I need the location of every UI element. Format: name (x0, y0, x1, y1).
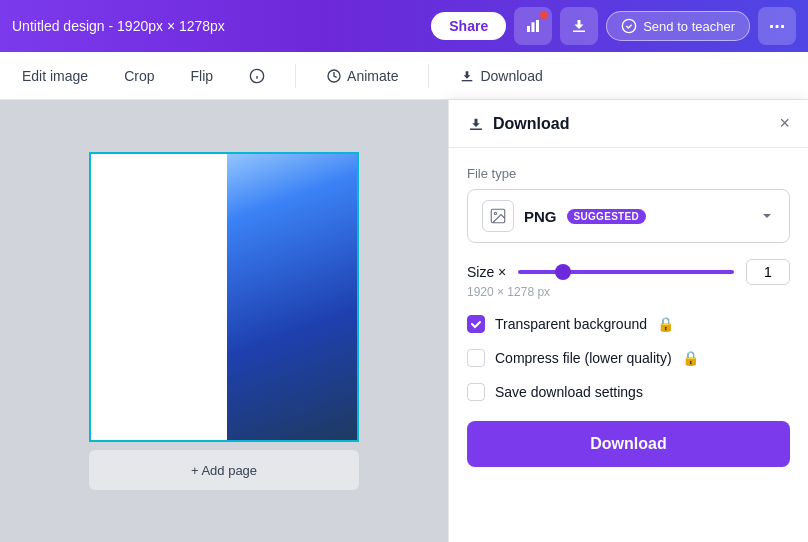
download-button[interactable]: Download (467, 421, 790, 467)
svg-point-12 (494, 212, 496, 214)
info-button[interactable] (243, 64, 271, 88)
toolbar-divider-2 (428, 64, 429, 88)
info-icon (249, 68, 265, 84)
size-row: Size × 1 (467, 259, 790, 285)
send-teacher-button[interactable]: Send to teacher (606, 11, 750, 41)
size-label: Size × (467, 264, 506, 280)
save-settings-label: Save download settings (495, 384, 643, 400)
file-type-section: File type PNG SUGGESTED (467, 166, 790, 243)
compress-label: Compress file (lower quality) (495, 350, 672, 366)
svg-rect-1 (532, 22, 535, 32)
download-panel: Download × File type PNG SUGGESTED (448, 100, 808, 542)
more-options-button[interactable]: ··· (758, 7, 796, 45)
svg-rect-2 (536, 20, 539, 32)
svg-rect-3 (573, 31, 585, 33)
save-settings-row[interactable]: Save download settings (467, 383, 790, 401)
panel-body: File type PNG SUGGESTED Size × (449, 148, 808, 485)
toolbar-download-button[interactable]: Download (453, 64, 548, 88)
compress-row[interactable]: Compress file (lower quality) 🔒 (467, 349, 790, 367)
transparent-bg-label: Transparent background (495, 316, 647, 332)
compress-lock-icon: 🔒 (682, 350, 699, 366)
notification-dot (540, 11, 548, 19)
lock-icon: 🔒 (657, 316, 674, 332)
chevron-down-icon (759, 208, 775, 224)
animate-icon (326, 68, 342, 84)
panel-header: Download × (449, 100, 808, 148)
document-title: Untitled design - 1920px × 1278px (12, 18, 225, 34)
animate-button[interactable]: Animate (320, 64, 404, 88)
file-type-value: PNG (524, 208, 557, 225)
header-actions: Share Send to teacher ··· (431, 7, 796, 45)
svg-rect-0 (527, 26, 530, 32)
download-header-button[interactable] (560, 7, 598, 45)
save-settings-checkbox[interactable] (467, 383, 485, 401)
transparent-bg-checkbox[interactable] (467, 315, 485, 333)
size-input[interactable]: 1 (746, 259, 790, 285)
toolbar-download-icon (459, 68, 475, 84)
canvas-page (89, 152, 359, 442)
flip-button[interactable]: Flip (185, 64, 220, 88)
analytics-button[interactable] (514, 7, 552, 45)
boy-image (227, 154, 357, 442)
compress-checkbox[interactable] (467, 349, 485, 367)
transparent-bg-row[interactable]: Transparent background 🔒 (467, 315, 790, 333)
svg-rect-10 (470, 128, 482, 130)
checkmark-icon (470, 318, 482, 330)
header: Untitled design - 1920px × 1278px Share … (0, 0, 808, 52)
svg-point-4 (623, 19, 636, 32)
size-dimensions: 1920 × 1278 px (467, 285, 790, 299)
size-slider[interactable] (518, 270, 734, 274)
analytics-icon (524, 17, 542, 35)
size-section: Size × 1 1920 × 1278 px (467, 259, 790, 299)
toolbar-divider (295, 64, 296, 88)
svg-rect-9 (462, 80, 473, 81)
check-circle-icon (621, 18, 637, 34)
crop-button[interactable]: Crop (118, 64, 160, 88)
main-area: + Add page Download × File type PNG (0, 100, 808, 542)
toolbar: Edit image Crop Flip Animate Download (0, 52, 808, 100)
file-type-dropdown[interactable]: PNG SUGGESTED (467, 189, 790, 243)
edit-image-button[interactable]: Edit image (16, 64, 94, 88)
file-type-label: File type (467, 166, 790, 181)
download-header-icon (570, 17, 588, 35)
file-type-icon (482, 200, 514, 232)
download-panel-icon (467, 115, 485, 133)
share-button[interactable]: Share (431, 12, 506, 40)
close-panel-button[interactable]: × (779, 113, 790, 134)
panel-title: Download (467, 115, 569, 133)
suggested-badge: SUGGESTED (567, 209, 647, 224)
add-page-button[interactable]: + Add page (89, 450, 359, 490)
image-file-icon (489, 207, 507, 225)
canvas-white-area (91, 154, 231, 442)
canvas-area[interactable]: + Add page (0, 100, 448, 542)
